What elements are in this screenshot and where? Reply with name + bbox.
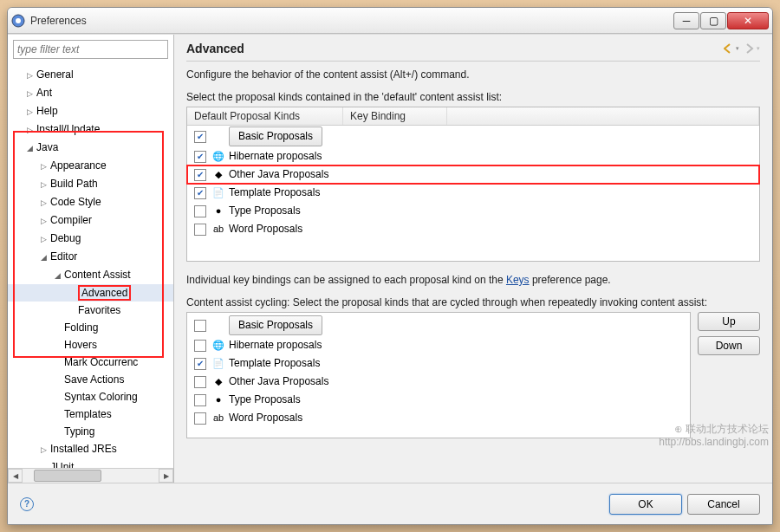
nav-back-icon[interactable]: ▾ [724,42,739,55]
scroll-right-icon[interactable]: ▶ [159,469,173,483]
tree-item-junit[interactable]: JUnit [8,458,173,468]
up-button[interactable]: Up [698,312,760,331]
proposal-row[interactable]: ✔◆Other Java Proposals [187,165,759,184]
tree-label: Templates [64,408,112,420]
col-default-kinds[interactable]: Default Proposal Kinds [187,107,343,125]
tree-item-syntax-coloring[interactable]: Syntax Coloring [8,388,173,405]
tree-item-ant[interactable]: ▷Ant [8,84,173,102]
proposal-row[interactable]: abWord Proposals [187,409,690,427]
cycle-label: Content assist cycling: Select the propo… [186,296,760,308]
proposal-icon: 📄 [211,357,225,371]
expander-icon[interactable]: ▷ [25,86,35,101]
proposal-checkbox[interactable]: ✔ [194,169,206,181]
proposal-label: Template Proposals [229,355,320,372]
expander-icon[interactable]: ▷ [39,195,49,211]
expander-icon[interactable]: ▷ [25,104,35,120]
titlebar[interactable]: Preferences ─ ▢ ✕ [8,8,772,34]
tree-item-advanced[interactable]: Advanced [8,284,173,302]
proposal-label: Hibernate proposals [229,337,322,354]
keys-link[interactable]: Keys [506,274,530,286]
tree-h-scrollbar[interactable]: ◀ ▶ [8,468,173,483]
filter-input[interactable] [13,40,168,59]
proposal-checkbox[interactable]: ✔ [194,187,206,199]
tree-item-installed-jres[interactable]: ▷Installed JREs [8,440,173,458]
tree-item-build-path[interactable]: ▷Build Path [8,175,173,193]
tree-item-appearance[interactable]: ▷Appearance [8,157,173,175]
proposal-checkbox[interactable]: ✔ [194,151,206,163]
tree-item-code-style[interactable]: ▷Code Style [8,193,173,211]
ok-button[interactable]: OK [609,494,682,515]
tree-label: Install/Update [36,123,100,135]
tree-item-install-update[interactable]: ▷Install/Update [8,120,173,139]
proposal-icon: 📄 [211,186,225,200]
tree-item-general[interactable]: ▷General [8,66,173,84]
proposal-row[interactable]: 🌐Hibernate proposals [187,336,690,354]
tree-item-java[interactable]: ◢Java [8,139,173,157]
scroll-left-icon[interactable]: ◀ [8,469,23,483]
proposal-checkbox[interactable] [194,376,206,388]
expander-icon[interactable]: ▷ [25,122,35,138]
proposal-row[interactable]: Basic Proposals [187,315,690,336]
cancel-button[interactable]: Cancel [687,494,760,515]
proposal-checkbox[interactable] [194,320,206,332]
svg-point-1 [16,18,21,23]
proposal-checkbox[interactable] [194,340,206,352]
col-key-binding[interactable]: Key Binding [343,107,447,125]
proposal-row[interactable]: ✔🌐Hibernate proposals [187,147,759,165]
proposal-checkbox[interactable] [194,412,206,425]
proposal-label: Basic Proposals [229,315,322,335]
proposal-row[interactable]: ●Type Proposals [187,391,690,409]
proposal-row[interactable]: abWord Proposals [187,220,759,238]
maximize-button[interactable]: ▢ [700,12,726,29]
cycle-proposals-table: Basic Proposals🌐Hibernate proposals✔📄Tem… [186,312,691,438]
proposal-row[interactable]: ◆Other Java Proposals [187,373,690,391]
proposal-row[interactable]: ✔📄Template Proposals [187,354,690,373]
tree-item-favorites[interactable]: Favorites [8,302,173,319]
proposal-checkbox[interactable]: ✔ [194,358,206,370]
tree-item-mark-occurrenc[interactable]: Mark Occurrenc [8,354,173,371]
tree-item-editor[interactable]: ◢Editor [8,248,173,266]
proposal-checkbox[interactable] [194,224,206,236]
scroll-track[interactable] [23,469,159,483]
tree-item-templates[interactable]: Templates [8,405,173,423]
tree-label: Editor [50,250,77,263]
help-icon[interactable]: ? [20,497,34,511]
minimize-button[interactable]: ─ [673,12,699,29]
expander-icon[interactable]: ▷ [39,159,49,174]
expander-icon[interactable]: ▷ [39,177,49,192]
proposal-checkbox[interactable] [194,205,206,217]
proposal-icon: ◆ [211,375,225,389]
expander-icon[interactable]: ◢ [39,250,49,265]
tree-label: Folding [64,321,98,334]
expander-icon[interactable]: ◢ [25,140,35,156]
close-button[interactable]: ✕ [727,12,769,29]
window-title: Preferences [30,15,673,27]
proposal-row[interactable]: ✔📄Template Proposals [187,184,759,202]
scroll-thumb[interactable] [34,470,102,482]
dialog-footer: ? OK Cancel [8,483,772,524]
tree-item-save-actions[interactable]: Save Actions [8,371,173,388]
tree-item-help[interactable]: ▷Help [8,102,173,120]
nav-forward-icon: ▾ [744,42,760,55]
tree-item-hovers[interactable]: Hovers [8,336,173,354]
expander-icon[interactable]: ▷ [39,442,49,457]
proposal-checkbox[interactable] [194,394,206,406]
down-button[interactable]: Down [698,336,760,355]
tree-item-folding[interactable]: Folding [8,319,173,336]
tree-item-typing[interactable]: Typing [8,423,173,440]
proposal-row[interactable]: ✔Basic Proposals [187,126,759,147]
proposal-checkbox[interactable]: ✔ [194,131,206,143]
expander-icon[interactable]: ◢ [53,268,62,283]
expander-icon[interactable]: ▷ [25,68,35,83]
preferences-tree[interactable]: ▷General▷Ant▷Help▷Install/Update◢Java▷Ap… [8,64,173,468]
tree-label: Ant [36,87,52,99]
tree-item-compiler[interactable]: ▷Compiler [8,211,173,230]
expander-icon[interactable]: ▷ [39,231,49,247]
page-heading: Advanced [186,42,724,55]
tree-item-debug[interactable]: ▷Debug [8,230,173,248]
proposal-row[interactable]: ●Type Proposals [187,202,759,220]
expander-icon[interactable]: ▷ [39,213,49,229]
tree-item-content-assist[interactable]: ◢Content Assist [8,266,173,284]
keybindings-note: Individual key bindings can be assigned … [186,274,760,286]
preferences-window: Preferences ─ ▢ ✕ ▷General▷Ant▷Help▷Inst… [7,7,773,525]
